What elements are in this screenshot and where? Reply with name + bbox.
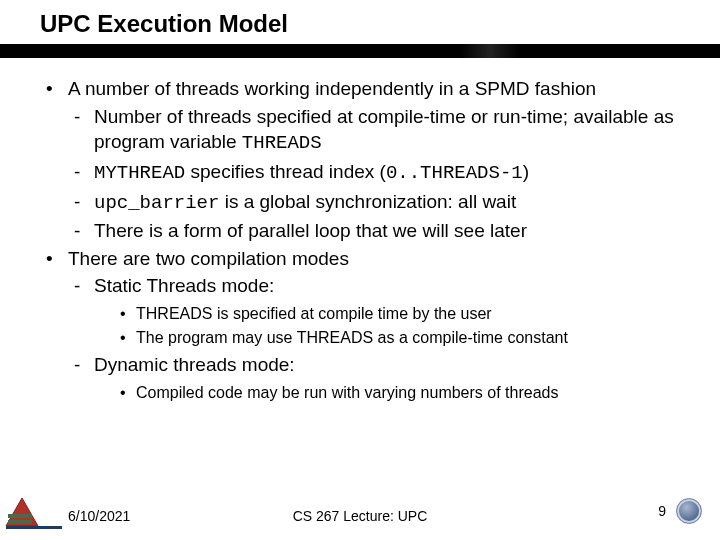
sub-item: Dynamic threads mode:Compiled code may b…	[68, 352, 690, 403]
title-underline	[0, 44, 720, 58]
svg-rect-2	[6, 526, 62, 529]
sub-list: Number of threads specified at compile-t…	[68, 104, 690, 244]
subsub-list: THREADS is specified at compile time by …	[118, 303, 690, 348]
bullet-item: A number of threads working independentl…	[40, 76, 690, 244]
sub-item: Number of threads specified at compile-t…	[68, 104, 690, 157]
subsub-item: THREADS is specified at compile time by …	[118, 303, 690, 325]
subsub-item: The program may use THREADS as a compile…	[118, 327, 690, 349]
sub-list: Static Threads mode:THREADS is specified…	[68, 273, 690, 403]
slide-title: UPC Execution Model	[40, 10, 720, 38]
lab-logo-icon	[4, 486, 64, 530]
bullet-list: A number of threads working independentl…	[40, 76, 690, 404]
footer-right: 9	[658, 498, 702, 524]
footer-center: CS 267 Lecture: UPC	[293, 508, 428, 524]
slide-content: A number of threads working independentl…	[0, 58, 720, 404]
svg-rect-0	[8, 514, 32, 518]
footer-date: 6/10/2021	[68, 508, 130, 524]
sub-item: MYTHREAD specifies thread index (0..THRE…	[68, 159, 690, 187]
bullet-item: There are two compilation modesStatic Th…	[40, 246, 690, 404]
subsub-item: Compiled code may be run with varying nu…	[118, 382, 690, 404]
sub-item: There is a form of parallel loop that we…	[68, 218, 690, 244]
sub-item: Static Threads mode:THREADS is specified…	[68, 273, 690, 348]
title-bar: UPC Execution Model	[0, 0, 720, 38]
sub-item: upc_barrier is a global synchronization:…	[68, 189, 690, 217]
seal-icon	[676, 498, 702, 524]
page-number: 9	[658, 503, 666, 519]
svg-rect-1	[8, 520, 32, 524]
subsub-list: Compiled code may be run with varying nu…	[118, 382, 690, 404]
footer: 6/10/2021 CS 267 Lecture: UPC 9	[0, 484, 720, 532]
